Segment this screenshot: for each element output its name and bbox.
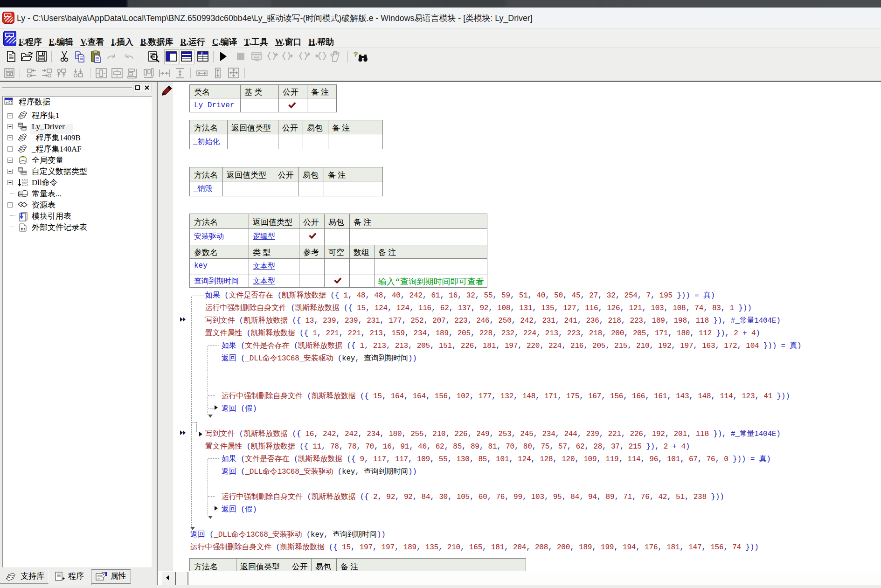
svg-text:?: ?	[354, 50, 358, 58]
svg-text:e: e	[6, 100, 8, 105]
